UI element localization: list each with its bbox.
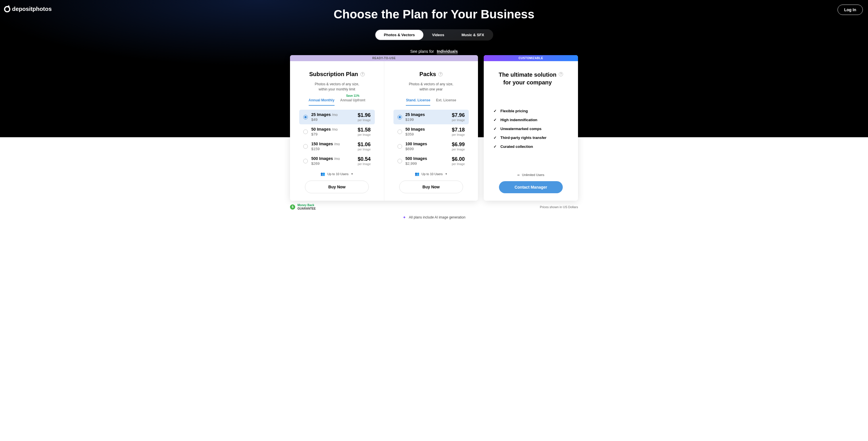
tab-annual-monthly[interactable]: Annual Monthly — [309, 98, 335, 106]
logo-icon — [4, 6, 10, 12]
tab-standard-license[interactable]: Stand. License — [406, 98, 430, 106]
check-icon: ✓ — [493, 136, 497, 140]
radio-icon — [398, 159, 402, 163]
packs-options: 25 Images $199 $7.96 per Image 50 Images… — [394, 110, 469, 168]
tab-photos-vectors[interactable]: Photos & Vectors — [375, 30, 424, 40]
tab-extended-license[interactable]: Ext. License — [436, 98, 456, 106]
pack-option-50[interactable]: 50 Images $359 $7.18 per Image — [394, 124, 469, 139]
brand-logo[interactable]: depositphotos — [4, 6, 52, 12]
banner-custom: CUSTOMIZABLE — [484, 55, 578, 61]
chevron-down-icon: ▼ — [445, 173, 447, 175]
brand-name: depositphotos — [12, 6, 52, 12]
pack-option-100[interactable]: 100 Images $699 $6.99 per Image — [394, 139, 469, 154]
customizable-card: CUSTOMIZABLE The ultimate solution for y… — [484, 55, 578, 201]
sub-option-25[interactable]: 25 Images /mo $49 $1.96 per Image — [299, 110, 375, 124]
packs-users-dropdown[interactable]: 👥 Up to 10 Users ▼ — [394, 172, 469, 176]
banner-ready: READY-TO-USE — [290, 55, 478, 61]
users-icon: 👥 — [320, 172, 325, 176]
check-icon: ✓ — [493, 144, 497, 149]
chevron-down-icon: ▼ — [351, 173, 353, 175]
media-type-tabs: Photos & Vectors Videos Music & SFX — [375, 29, 494, 40]
radio-icon — [398, 115, 402, 120]
packs-column: Packs ? Photos & vectors of any size, wi… — [384, 61, 478, 201]
packs-buy-button[interactable]: Buy Now — [399, 180, 463, 193]
subscription-options: 25 Images /mo $49 $1.96 per Image 50 Ima… — [299, 110, 375, 168]
users-icon: 👥 — [415, 172, 419, 176]
money-back-badge: $ Money Back GUARANTEE — [290, 204, 316, 210]
tab-annual-upfront[interactable]: Save 11% Annual Upfront — [340, 98, 365, 106]
dollar-badge-icon: $ — [290, 204, 295, 210]
see-plans-row: See plans for Individuals — [0, 49, 868, 54]
pack-option-500[interactable]: 500 Images $2,999 $6.00 per Image — [394, 154, 469, 168]
tab-videos[interactable]: Videos — [423, 30, 453, 40]
packs-title: Packs — [419, 71, 436, 77]
infinity-icon: ∞ — [517, 173, 520, 177]
help-icon[interactable]: ? — [361, 72, 365, 76]
tab-music-sfx[interactable]: Music & SFX — [453, 30, 493, 40]
ultimate-features: ✓Flexible pricing ✓High indemnification … — [493, 109, 569, 153]
subscription-users-dropdown[interactable]: 👥 Up to 10 Users ▼ — [299, 172, 375, 176]
radio-icon — [303, 115, 308, 120]
sub-option-500[interactable]: 500 Images /mo $269 $0.54 per Image — [299, 154, 375, 168]
sub-option-50[interactable]: 50 Images /mo $79 $1.58 per Image — [299, 124, 375, 139]
login-button[interactable]: Log In — [838, 5, 863, 15]
unlimited-users-row: ∞ Unlimited Users — [493, 173, 569, 177]
help-icon[interactable]: ? — [559, 72, 563, 76]
currency-note: Prices shown in US Dollars — [540, 205, 578, 209]
subscription-title: Subscription Plan — [309, 71, 358, 77]
ai-note: ✦ All plans include AI image generation — [0, 215, 868, 219]
radio-icon — [303, 144, 308, 149]
help-icon[interactable]: ? — [438, 72, 443, 76]
sparkle-icon: ✦ — [403, 215, 406, 219]
subscription-buy-button[interactable]: Buy Now — [305, 180, 369, 193]
pack-option-25[interactable]: 25 Images $199 $7.96 per Image — [394, 110, 469, 124]
radio-icon — [303, 159, 308, 163]
sub-option-150[interactable]: 150 Images /mo $159 $1.06 per Image — [299, 139, 375, 154]
radio-icon — [398, 130, 402, 134]
check-icon: ✓ — [493, 127, 497, 131]
check-icon: ✓ — [493, 118, 497, 122]
radio-icon — [398, 144, 402, 149]
radio-icon — [303, 130, 308, 134]
contact-manager-button[interactable]: Contact Manager — [499, 181, 563, 193]
subscription-column: Subscription Plan ? Photos & vectors of … — [290, 61, 384, 201]
ready-to-use-card: READY-TO-USE Subscription Plan ? Photos … — [290, 55, 478, 201]
individuals-link[interactable]: Individuals — [437, 49, 458, 54]
page-title: Choose the Plan for Your Business — [0, 5, 868, 21]
check-icon: ✓ — [493, 109, 497, 113]
